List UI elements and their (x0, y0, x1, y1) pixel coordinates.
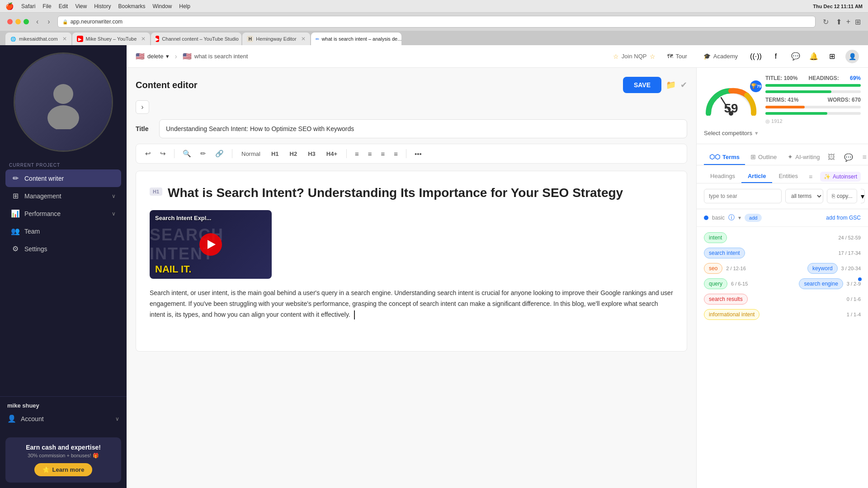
podcast-icon[interactable]: ((·)) (750, 50, 762, 63)
checkmark-icon[interactable]: ✔ (680, 80, 687, 90)
sidebar-item-team[interactable]: 👥 Team (5, 222, 121, 240)
browser-tab-1[interactable]: 🌐 mikesaidthat.com ✕ (5, 33, 71, 45)
tabs-icon[interactable]: ⊞ (855, 18, 861, 26)
current-project-label: Current project (5, 159, 121, 169)
add-from-gsc-btn[interactable]: add from GSC (826, 215, 861, 221)
redo-btn[interactable]: ↪ (157, 148, 169, 160)
browser-tab-5[interactable]: ✏ what is search intent – analysis de...… (311, 33, 401, 45)
minimize-window-btn[interactable] (15, 19, 21, 24)
sidebar-item-performance[interactable]: 📊 Performance ∨ (5, 205, 121, 222)
history-menu[interactable]: History (94, 3, 111, 9)
lock-icon: 🔒 (62, 19, 68, 24)
align-right-btn[interactable]: ≡ (378, 148, 388, 160)
terms-search-input[interactable] (704, 189, 782, 203)
bookmarks-menu[interactable]: Bookmarks (118, 3, 146, 9)
browser-tab-2[interactable]: ▶ Mike Shuey – YouTube ✕ (72, 33, 151, 45)
facebook-icon[interactable]: f (769, 50, 782, 63)
comment-tab-icon[interactable]: 💬 (841, 150, 856, 164)
search-btn[interactable]: 🔍 (180, 148, 194, 160)
term-chip-search-engine[interactable]: search engine (799, 278, 843, 289)
academy-btn[interactable]: 🎓 Academy (699, 50, 742, 62)
align-left-btn[interactable]: ≡ (352, 148, 362, 160)
tab-close-2[interactable]: ✕ (141, 36, 146, 42)
term-chip-informational-intent[interactable]: informational intent (704, 309, 760, 320)
image-tab-icon[interactable]: 🖼 (825, 150, 838, 164)
video-thumbnail[interactable]: Search Intent Search Intent Expl... NAIL… (150, 210, 272, 279)
sidebar-item-management[interactable]: ⊞ Management ∨ (5, 187, 121, 205)
h1-btn[interactable]: H1 (268, 149, 283, 159)
fullscreen-window-btn[interactable] (24, 19, 29, 24)
title-input[interactable] (159, 119, 687, 138)
learn-more-btn[interactable]: ⭐ Learn more (34, 463, 93, 476)
article-body[interactable]: Search intent, or user intent, is the ma… (150, 288, 673, 320)
edit-btn[interactable]: ✏ (198, 148, 209, 160)
project-selector[interactable]: 🇺🇸 delete ▾ (136, 52, 169, 61)
tour-btn[interactable]: 🗺 Tour (663, 50, 692, 62)
subtab-list-icon[interactable]: ≡ (806, 170, 815, 183)
expand-button[interactable]: › (136, 100, 149, 114)
bell-icon[interactable]: 🔔 (809, 52, 818, 61)
normal-btn[interactable]: Normal (238, 149, 264, 159)
view-menu[interactable]: View (75, 3, 87, 9)
browser-tab-4[interactable]: H Hemingway Editor ✕ (242, 33, 310, 45)
copy-btn[interactable]: ⎘ copy... (827, 189, 857, 203)
tab-outline[interactable]: ⊞ Outline (745, 150, 782, 165)
link-btn[interactable]: 🔗 (212, 148, 226, 160)
forward-btn[interactable]: › (46, 17, 52, 27)
sidebar-management-label: Management (24, 192, 61, 200)
more-btn[interactable]: ••• (412, 148, 425, 160)
edit-menu[interactable]: Edit (59, 3, 68, 9)
tab-favicon-2: ▶ (77, 36, 83, 42)
h3-btn[interactable]: H3 (304, 149, 319, 159)
term-chip-intent[interactable]: intent (704, 232, 727, 243)
sidebar-item-content-writer[interactable]: ✏ Content writer (5, 169, 121, 187)
back-btn[interactable]: ‹ (34, 17, 40, 27)
sidebar-item-account[interactable]: 👤 Account ∨ (7, 411, 119, 427)
undo-btn[interactable]: ↩ (142, 148, 154, 160)
user-avatar-nav[interactable]: 👤 (845, 50, 859, 63)
terms-filter-select[interactable]: all terms (785, 189, 823, 203)
close-window-btn[interactable] (7, 19, 13, 24)
term-chip-search-results[interactable]: search results (704, 294, 748, 305)
subtab-entities[interactable]: Entities (772, 170, 804, 183)
align-center-btn[interactable]: ≡ (365, 148, 375, 160)
term-chip-query[interactable]: query (704, 278, 727, 289)
basic-info-icon[interactable]: ⓘ (728, 214, 735, 222)
file-menu[interactable]: File (42, 3, 51, 9)
grid-icon[interactable]: ⊞ (826, 50, 838, 63)
term-chip-seo[interactable]: seo (704, 263, 722, 274)
tab-terms[interactable]: ⬡⬡ Terms (704, 150, 745, 165)
copy-dropdown-btn[interactable]: ▾ (861, 189, 865, 203)
article-content[interactable]: H1 What is Search Intent? Understanding … (136, 171, 687, 352)
safari-menu[interactable]: Safari (21, 3, 35, 9)
sidebar-item-settings[interactable]: ⚙ Settings (5, 240, 121, 258)
autoinsert-btn[interactable]: ✨ Autoinsert (820, 172, 861, 182)
h2-btn[interactable]: H2 (286, 149, 301, 159)
h4plus-btn[interactable]: H4+ (323, 149, 341, 159)
share-icon[interactable]: ⬆ (836, 18, 842, 26)
term-chip-search-intent[interactable]: search intent (704, 248, 745, 258)
join-nqp-btn[interactable]: ☆ Join NQP ☆ (613, 53, 656, 60)
term-chip-keyword[interactable]: keyword (807, 263, 838, 274)
new-tab-icon[interactable]: + (846, 18, 850, 26)
tab-ai-writing[interactable]: ✦ AI-writing (782, 150, 825, 165)
terms-bar-fill (765, 106, 805, 108)
list-tab-icon[interactable]: ≡ (859, 150, 868, 164)
sidebar-team-label: Team (24, 228, 40, 235)
chat-icon[interactable]: 💬 (789, 50, 802, 63)
window-menu[interactable]: Window (153, 3, 172, 9)
subtab-article[interactable]: Article (741, 170, 772, 183)
align-justify-btn[interactable]: ≡ (391, 148, 401, 160)
url-bar[interactable]: 🔒 app.neuronwriter.com (57, 16, 816, 28)
tab-close-4[interactable]: ✕ (301, 36, 306, 42)
browser-tab-3[interactable]: ▶ Channel content – YouTube Studio ✕ (151, 33, 241, 45)
app-wrapper: Current project ✏ Content writer ⊞ Manag… (0, 45, 868, 488)
folder-icon[interactable]: 📁 (666, 80, 676, 90)
subtab-headings[interactable]: Headings (704, 170, 741, 183)
add-btn[interactable]: add (745, 214, 762, 222)
save-button[interactable]: SAVE (623, 77, 661, 93)
reload-btn[interactable]: ↻ (821, 17, 830, 27)
select-competitors-btn[interactable]: Select competitors ▾ (704, 130, 861, 136)
tab-close-1[interactable]: ✕ (62, 36, 67, 42)
help-menu[interactable]: Help (179, 3, 190, 9)
